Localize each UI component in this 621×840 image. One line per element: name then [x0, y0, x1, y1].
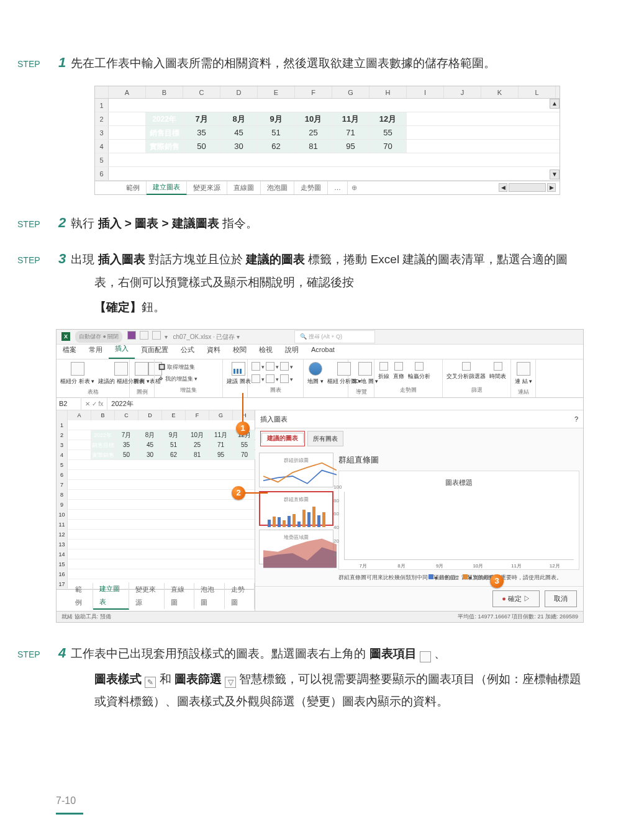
worksheet-grid: ABCDEFGH 1 22022年7月8月9月10月11月12月 3銷售目標35…: [57, 410, 255, 611]
chart-styles-icon: ✎: [145, 677, 156, 688]
chart-thumb-bar[interactable]: 群組直條圖: [259, 491, 333, 526]
ok-button[interactable]: ● 確定 ▷: [492, 590, 540, 607]
recommended-chart-button[interactable]: 建議 圖表: [227, 362, 251, 387]
chart-type-icon[interactable]: [252, 374, 260, 383]
sheet-tab[interactable]: 泡泡圖: [261, 181, 294, 194]
preview-chart-name: 群組直條圖: [338, 453, 579, 468]
step-text: 先在工作表中輸入圖表所需的相關資料，然後選取欲建立圖表數據的儲存格範圍。: [71, 56, 496, 70]
chart-thumb-area[interactable]: 堆疊區域圖: [259, 530, 333, 564]
scroll-left-icon[interactable]: ◀: [499, 183, 507, 192]
sheet-tab-active[interactable]: 建立圖表: [147, 181, 187, 195]
save-icon[interactable]: [127, 331, 136, 340]
link-button[interactable]: 連 結 ▾: [515, 362, 532, 387]
sheet-more[interactable]: …: [328, 181, 348, 194]
map-button[interactable]: 地圖 ▾: [307, 362, 324, 387]
excel-screenshot-2: X 自動儲存 ● 關閉 ▾ ch07_OK.xlsx · 已儲存 ▾ 🔍 搜尋 …: [56, 329, 584, 623]
fx-buttons[interactable]: ✕ ✓ fx: [81, 398, 107, 410]
chart-filter-icon: ▽: [225, 677, 236, 688]
page-number: 7-10: [56, 792, 83, 815]
sheet-tabs: 範例 建立圖表 變更來源 直線圖 泡泡圖 走勢圖 … ⊕ ◀▶: [95, 181, 560, 194]
svg-marker-1: [263, 539, 337, 568]
ribbon-tab[interactable]: 資料: [201, 341, 227, 359]
chart-type-icon[interactable]: [266, 362, 274, 371]
chart-preview: 圖表標題 100806040200 7月8月9月10月11月12月 ■ 銷售目標…: [338, 471, 579, 570]
step-number: 1: [58, 55, 66, 70]
callout-3: 3: [490, 574, 504, 588]
sparkline-winloss-button[interactable]: 輸贏分析: [408, 362, 430, 382]
column-headers: ABCDEFGHIJKL: [95, 86, 560, 99]
sparkline-column-button[interactable]: 直條: [393, 362, 404, 382]
callout-1: 1: [236, 422, 250, 435]
scroll-down-icon[interactable]: ▼: [550, 169, 560, 179]
step-4: STEP4工作表中已出現套用預設樣式的圖表。點選圖表右上角的 圖表項目 ＋ 、 …: [56, 640, 584, 713]
sheet-tab[interactable]: 直線圖: [227, 181, 261, 194]
chart-elements-icon: ＋: [420, 651, 431, 662]
chart-type-icon[interactable]: [280, 374, 289, 383]
pivot-button[interactable]: 樞紐分 析表 ▾: [60, 362, 94, 387]
formula-bar: B2 ✕ ✓ fx 2022年: [57, 398, 583, 410]
formula-value[interactable]: 2022年: [107, 397, 137, 410]
ribbon-tab[interactable]: 檢視: [253, 341, 279, 359]
ribbon-tab[interactable]: 頁面配置: [135, 341, 175, 359]
ribbon-tab[interactable]: 校閱: [227, 341, 253, 359]
ribbon-tab[interactable]: 說明: [279, 341, 305, 359]
illustrations-button[interactable]: 圖例 ▾: [134, 362, 150, 387]
timeline-button[interactable]: 時間表: [489, 362, 506, 382]
ribbon: 樞紐分 析表 ▾ 建議的 樞紐分析表 表格 表格 圖例 ▾ 圖例 🔲 取得增益集…: [57, 359, 583, 398]
cell[interactable]: 2022年: [146, 112, 183, 125]
name-box[interactable]: B2: [57, 397, 81, 410]
get-addins-button[interactable]: 🔲 取得增益集: [158, 362, 195, 373]
ribbon-tab[interactable]: 常用: [83, 341, 109, 359]
sparkline-line-button[interactable]: 折線: [378, 362, 389, 382]
sheet-tab[interactable]: 走勢圖: [294, 181, 328, 194]
new-icon[interactable]: [152, 331, 161, 340]
ribbon-tab[interactable]: 公式: [175, 341, 201, 359]
excel-screenshot-1: ABCDEFGHIJKL ▲ 1 22022年7月8月9月10月11月12月 3…: [94, 86, 560, 195]
callout-2: 2: [232, 486, 245, 500]
undo-icon[interactable]: [140, 331, 148, 340]
ribbon-tab[interactable]: Acrobat: [305, 341, 341, 359]
my-addins-button[interactable]: ❖ 我的增益集 ▾: [158, 374, 197, 384]
slicer-button[interactable]: 交叉分析篩選器: [446, 362, 486, 382]
status-bar: 就緒 協助工具: 預備 平均值: 14977.16667 項目個數: 21 加總…: [57, 611, 583, 622]
insert-chart-dialog: 插入圖表? 建議的圖表 所有圖表 群組折線圖 群組直條圖: [255, 410, 583, 611]
dialog-title: 插入圖表: [260, 413, 288, 426]
add-sheet-icon[interactable]: ⊕: [348, 181, 361, 194]
sheet-tab[interactable]: 範例: [120, 181, 147, 194]
scroll-up-icon[interactable]: ▲: [550, 99, 560, 109]
sheet-tab[interactable]: 變更來源: [187, 181, 227, 194]
step-3: STEP3出現 插入圖表 對話方塊並且位於 建議的圖表 標籤，捲動 Excel …: [56, 246, 584, 319]
cancel-button[interactable]: 取消: [545, 590, 577, 607]
chart-type-icon[interactable]: [280, 362, 289, 371]
ribbon-tab[interactable]: 檔案: [57, 341, 83, 359]
ribbon-tabs: 檔案 常用 插入 頁面配置 公式 資料 校閱 檢視 說明 Acrobat: [57, 345, 583, 359]
step-1: STEP1先在工作表中輸入圖表所需的相關資料，然後選取欲建立圖表數據的儲存格範圍…: [56, 50, 584, 76]
step-2: STEP2執行 插入 > 圖表 > 建議圖表 指令。: [56, 210, 584, 236]
chart-type-icon[interactable]: [266, 374, 274, 383]
excel-app-icon: X: [61, 332, 70, 341]
help-icon[interactable]: ?: [574, 413, 578, 426]
chart-type-icon[interactable]: [252, 362, 260, 371]
scroll-right-icon[interactable]: ▶: [547, 183, 556, 192]
tab-recommended[interactable]: 建議的圖表: [261, 433, 304, 443]
chart-thumb-line[interactable]: 群組折線圖: [259, 453, 333, 487]
ribbon-tab-insert[interactable]: 插入: [109, 340, 135, 359]
tab-all-charts[interactable]: 所有圖表: [307, 431, 343, 446]
